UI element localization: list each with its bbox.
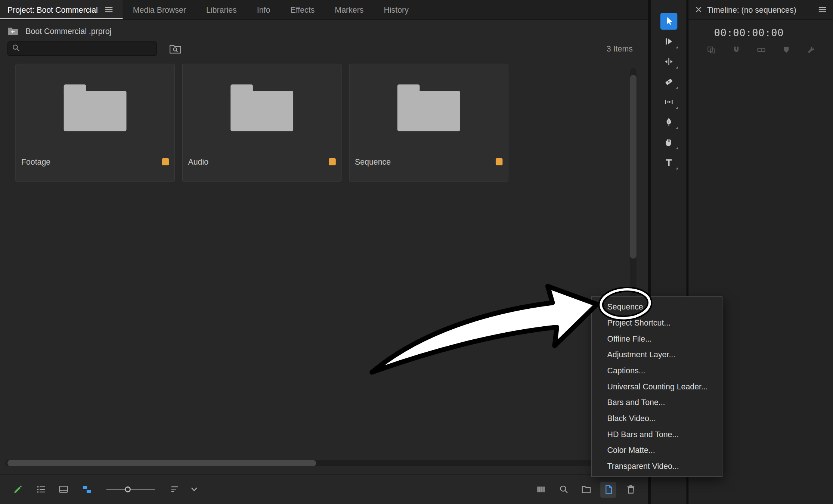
- bin-contents: Footage Audio Sequence: [0, 56, 648, 181]
- label-color-chip[interactable]: [162, 158, 169, 165]
- folder-label: Audio: [188, 157, 208, 166]
- new-item-button[interactable]: [600, 482, 616, 498]
- track-select-forward-icon: [660, 33, 677, 50]
- selection-tool-icon: [660, 13, 677, 30]
- breadcrumb-row: Boot Commercial .prproj: [0, 20, 648, 36]
- folder-label: Footage: [21, 157, 50, 166]
- pen-tool[interactable]: [651, 112, 686, 132]
- timeline-toolbar: [688, 38, 833, 55]
- horizontal-scrollbar-thumb[interactable]: [7, 460, 316, 466]
- tab-media-browser[interactable]: Media Browser: [123, 0, 196, 19]
- search-row: 3 Items: [0, 35, 648, 56]
- timeline-header: Timeline: (no sequences): [688, 0, 833, 20]
- tab-label: Effects: [290, 5, 315, 14]
- search-box[interactable]: [7, 41, 157, 56]
- icon-view-button[interactable]: [55, 482, 71, 498]
- project-tabbar: Project: Boot Commercial Media Browser L…: [0, 0, 648, 20]
- menu-item-adjustment-layer[interactable]: Adjustment Layer...: [592, 347, 722, 363]
- tab-markers[interactable]: Markers: [325, 0, 374, 19]
- tab-libraries[interactable]: Libraries: [196, 0, 247, 19]
- menu-item-universal-counting-leader[interactable]: Universal Counting Leader...: [592, 379, 722, 395]
- project-root-bin-icon[interactable]: [7, 27, 19, 35]
- menu-item-offline-file[interactable]: Offline File...: [592, 331, 722, 347]
- folder-icon: [64, 84, 127, 131]
- timecode-display[interactable]: 00:00:00:00: [688, 20, 833, 38]
- writable-pencil-icon[interactable]: [10, 482, 26, 498]
- pen-icon: [660, 113, 677, 131]
- timeline-title[interactable]: Timeline: (no sequences): [707, 5, 796, 14]
- ripple-edit-icon: [660, 53, 677, 70]
- search-input[interactable]: [24, 44, 152, 53]
- tab-info[interactable]: Info: [247, 0, 281, 19]
- automate-to-sequence-button[interactable]: [533, 482, 549, 498]
- list-view-button[interactable]: [33, 482, 49, 498]
- folder-label: Sequence: [355, 157, 391, 166]
- tab-effects[interactable]: Effects: [280, 0, 325, 19]
- folder-icon: [397, 84, 460, 131]
- folder-card-footage[interactable]: Footage: [15, 64, 175, 182]
- chevron-down-icon[interactable]: [186, 482, 202, 498]
- sort-options-button[interactable]: [167, 482, 183, 498]
- type-tool[interactable]: [651, 152, 686, 172]
- horizontal-scrollbar[interactable]: [5, 460, 641, 466]
- tab-project[interactable]: Project: Boot Commercial: [0, 0, 123, 19]
- menu-item-color-matte[interactable]: Color Matte...: [592, 442, 722, 458]
- track-select-forward-tool[interactable]: [651, 31, 686, 52]
- breadcrumb[interactable]: Boot Commercial .prproj: [25, 27, 111, 35]
- razor-tool[interactable]: [651, 72, 686, 92]
- items-count: 3 Items: [607, 44, 641, 53]
- folder-card-sequence[interactable]: Sequence: [349, 64, 508, 182]
- menu-item-sequence[interactable]: Sequence...: [592, 299, 722, 315]
- freeform-view-button[interactable]: [78, 482, 95, 498]
- label-color-chip[interactable]: [496, 158, 502, 165]
- zoom-slider[interactable]: [106, 482, 155, 498]
- label-color-chip[interactable]: [329, 158, 335, 165]
- folder-card-audio[interactable]: Audio: [182, 64, 342, 182]
- razor-icon: [660, 73, 677, 90]
- menu-item-project-shortcut[interactable]: Project Shortcut...: [592, 315, 722, 331]
- ripple-edit-tool[interactable]: [651, 52, 686, 72]
- search-bin-button[interactable]: [170, 44, 181, 53]
- tab-project-label: Project: Boot Commercial: [7, 5, 98, 14]
- menu-item-transparent-video[interactable]: Transparent Video...: [592, 458, 722, 475]
- new-item-menu: Sequence... Project Shortcut... Offline …: [591, 296, 722, 477]
- clear-trash-button[interactable]: [623, 482, 639, 498]
- search-icon: [12, 44, 20, 53]
- type-icon: [660, 154, 677, 171]
- hand-tool[interactable]: [651, 132, 686, 152]
- tab-label: Libraries: [206, 5, 237, 14]
- folder-icon: [230, 84, 293, 131]
- app-window: Project: Boot Commercial Media Browser L…: [0, 0, 833, 504]
- timeline-panel-menu-icon[interactable]: [819, 6, 826, 13]
- find-button[interactable]: [556, 482, 572, 498]
- panel-menu-icon[interactable]: [105, 6, 113, 13]
- tab-label: Info: [257, 5, 270, 14]
- timeline-settings-wrench-icon[interactable]: [806, 45, 816, 55]
- menu-item-black-video[interactable]: Black Video...: [592, 411, 722, 427]
- hand-icon: [660, 134, 677, 151]
- project-panel: Project: Boot Commercial Media Browser L…: [0, 0, 648, 504]
- vertical-scrollbar-thumb[interactable]: [630, 75, 637, 259]
- menu-item-bars-and-tone[interactable]: Bars and Tone...: [592, 395, 722, 411]
- zoom-slider-track[interactable]: [106, 489, 155, 490]
- tab-history[interactable]: History: [374, 0, 418, 19]
- tab-label: Markers: [335, 5, 363, 14]
- tab-label: History: [384, 5, 408, 14]
- add-marker-icon[interactable]: [781, 45, 791, 55]
- tab-label: Media Browser: [133, 5, 186, 14]
- project-footer-toolbar: [0, 474, 648, 504]
- menu-item-captions[interactable]: Captions...: [592, 363, 722, 379]
- snap-magnet-icon[interactable]: [731, 45, 741, 55]
- slip-tool[interactable]: [651, 92, 686, 112]
- slip-icon: [660, 93, 677, 111]
- linked-selection-icon[interactable]: [756, 45, 766, 55]
- zoom-slider-knob[interactable]: [125, 486, 131, 492]
- new-bin-button[interactable]: [578, 482, 594, 498]
- close-panel-icon[interactable]: [696, 6, 702, 13]
- selection-tool[interactable]: [651, 11, 686, 31]
- nest-toggle-icon[interactable]: [707, 45, 716, 55]
- menu-item-hd-bars-and-tone[interactable]: HD Bars and Tone...: [592, 426, 722, 442]
